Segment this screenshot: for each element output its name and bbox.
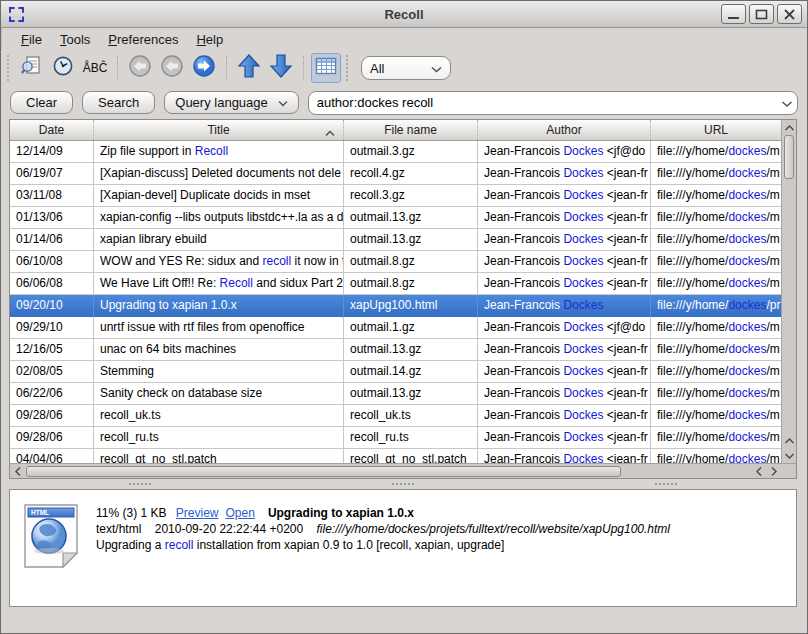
chevron-down-icon[interactable] <box>781 94 793 112</box>
toolbar-drag-handle[interactable] <box>7 55 11 81</box>
highlighted-term-link[interactable]: dockes <box>728 144 766 158</box>
scroll-down-icon[interactable] <box>782 448 796 463</box>
highlighted-term-link[interactable]: Dockes <box>563 364 603 378</box>
scroll-right-icon[interactable] <box>766 464 781 479</box>
highlighted-term-link[interactable]: Dockes <box>563 210 603 224</box>
highlighted-term-link[interactable]: Dockes <box>563 298 603 312</box>
show-query-details-button[interactable] <box>16 53 46 83</box>
table-row[interactable]: 09/20/10Upgrading to xapian 1.0.xxapUpg1… <box>10 295 781 317</box>
toolbar-drag-handle[interactable] <box>346 55 350 81</box>
recoll-term-link[interactable]: recoll <box>165 538 194 552</box>
scroll-up-icon[interactable] <box>782 433 796 448</box>
highlighted-term-link[interactable]: dockes <box>728 320 766 334</box>
highlighted-term-link[interactable]: Dockes <box>563 430 603 444</box>
highlighted-term-link[interactable]: dockes <box>728 408 766 422</box>
splitter-handle[interactable] <box>9 479 797 489</box>
highlighted-term-link[interactable]: Recoll <box>195 144 228 158</box>
table-row[interactable]: 03/11/08[Xapian-devel] Duplicate docids … <box>10 185 781 207</box>
previous-result-button[interactable] <box>234 53 264 83</box>
highlighted-term-link[interactable]: Dockes <box>563 276 603 290</box>
menu-file[interactable]: File <box>12 30 51 49</box>
table-row[interactable]: 06/19/07[Xapian-discuss] Deleted documen… <box>10 163 781 185</box>
highlighted-term-link[interactable]: Dockes <box>563 408 603 422</box>
highlighted-term-link[interactable]: dockes <box>728 188 766 202</box>
search-input[interactable] <box>317 95 781 110</box>
highlighted-term-link[interactable]: dockes <box>728 452 766 463</box>
highlighted-term-link[interactable]: dockes <box>728 364 766 378</box>
html-label: HTML <box>31 509 49 516</box>
table-row[interactable]: 06/06/08We Have Lift Off!! Re: Recoll an… <box>10 273 781 295</box>
highlighted-term-link[interactable]: Dockes <box>563 232 603 246</box>
highlighted-term-link[interactable]: dockes <box>728 386 766 400</box>
menu-tools[interactable]: Tools <box>51 30 99 49</box>
highlighted-term-link[interactable]: Dockes <box>563 342 603 356</box>
vertical-scrollbar-thumb[interactable] <box>784 135 794 179</box>
query-language-select[interactable]: Query language <box>164 91 299 114</box>
column-header-filename[interactable]: File name <box>344 120 478 140</box>
column-header-date[interactable]: Date <box>10 120 94 140</box>
menu-preferences[interactable]: Preferences <box>99 30 187 49</box>
highlighted-term-link[interactable]: Recoll <box>220 276 253 290</box>
open-link[interactable]: Open <box>226 506 255 520</box>
column-header-author[interactable]: Author <box>478 120 651 140</box>
sort-by-date-button[interactable] <box>48 53 78 83</box>
table-view-toggle-button[interactable] <box>311 53 341 83</box>
category-filter-select[interactable]: All <box>361 56 451 80</box>
title-bar[interactable]: Recoll <box>1 1 807 28</box>
highlighted-term-link[interactable]: Dockes <box>563 452 603 463</box>
highlighted-term-link[interactable]: recoll <box>263 254 292 268</box>
table-row[interactable]: 09/28/06recoll_ru.tsrecoll_ru.tsJean-Fra… <box>10 427 781 449</box>
cell-date: 02/08/05 <box>10 361 94 383</box>
highlighted-term-link[interactable]: Dockes <box>563 188 603 202</box>
search-button[interactable]: Search <box>82 91 155 114</box>
table-row[interactable]: 09/28/06recoll_uk.tsrecoll_uk.tsJean-Fra… <box>10 405 781 427</box>
highlighted-term-link[interactable]: Dockes <box>563 320 603 334</box>
highlighted-term-link[interactable]: Dockes <box>563 166 603 180</box>
highlighted-term-link[interactable]: Dockes <box>563 386 603 400</box>
scroll-left-icon[interactable] <box>10 464 25 479</box>
table-row[interactable]: 01/14/06xapian library ebuildoutmail.13.… <box>10 229 781 251</box>
highlighted-term-link[interactable]: dockes <box>728 430 766 444</box>
preview-link[interactable]: Preview <box>176 506 219 520</box>
clear-button[interactable]: Clear <box>10 91 73 114</box>
highlighted-term-link[interactable]: Dockes <box>563 254 603 268</box>
table-row[interactable]: 06/10/08WOW and YES Re: sidux and recoll… <box>10 251 781 273</box>
first-page-button[interactable] <box>125 53 155 83</box>
arrow-left-disabled-icon <box>160 54 184 82</box>
splitter-dots-icon <box>655 483 677 485</box>
table-row[interactable]: 12/14/09Zip file support in Recolloutmai… <box>10 141 781 163</box>
term-explorer-button[interactable]: ÅBĈ <box>80 53 110 83</box>
table-row[interactable]: 09/29/10unrtf issue with rtf files from … <box>10 317 781 339</box>
table-row[interactable]: 06/22/06Sanity check on database sizeout… <box>10 383 781 405</box>
menu-help[interactable]: Help <box>187 30 232 49</box>
cell-url: file:///y/home/dockes/m <box>651 273 781 295</box>
close-button[interactable] <box>777 4 802 24</box>
highlighted-term-link[interactable]: dockes <box>728 232 766 246</box>
highlighted-term-link[interactable]: dockes <box>728 342 766 356</box>
horizontal-scrollbar-thumb[interactable] <box>26 466 621 477</box>
table-row[interactable]: 12/16/05unac on 64 bits machinesoutmail.… <box>10 339 781 361</box>
vertical-scrollbar-track[interactable] <box>782 179 796 433</box>
column-header-title[interactable]: Title <box>94 120 344 140</box>
highlighted-term-link[interactable]: dockes <box>728 298 766 312</box>
highlighted-term-link[interactable]: dockes <box>728 276 766 290</box>
vertical-scrollbar[interactable] <box>781 120 796 463</box>
table-row[interactable]: 02/08/05Stemmingoutmail.14.gzJean-Franco… <box>10 361 781 383</box>
next-result-button[interactable] <box>266 53 296 83</box>
table-row[interactable]: 01/13/06xapian-config --libs outputs lib… <box>10 207 781 229</box>
horizontal-scrollbar[interactable] <box>10 463 796 478</box>
window-menu-icon[interactable] <box>9 7 24 22</box>
table-row[interactable]: 04/04/06recoll_qt_no_stl.patchrecoll_qt_… <box>10 449 781 463</box>
highlighted-term-link[interactable]: dockes <box>728 254 766 268</box>
maximize-button[interactable] <box>749 4 774 24</box>
highlighted-term-link[interactable]: dockes <box>728 166 766 180</box>
scroll-up-icon[interactable] <box>782 120 796 135</box>
previous-page-button[interactable] <box>157 53 187 83</box>
cell-filename: outmail.3.gz <box>344 141 478 163</box>
highlighted-term-link[interactable]: dockes <box>728 210 766 224</box>
scroll-left-icon[interactable] <box>751 464 766 479</box>
next-page-button[interactable] <box>189 53 219 83</box>
column-header-url[interactable]: URL <box>651 120 781 140</box>
highlighted-term-link[interactable]: Dockes <box>563 144 603 158</box>
minimize-button[interactable] <box>721 4 746 24</box>
